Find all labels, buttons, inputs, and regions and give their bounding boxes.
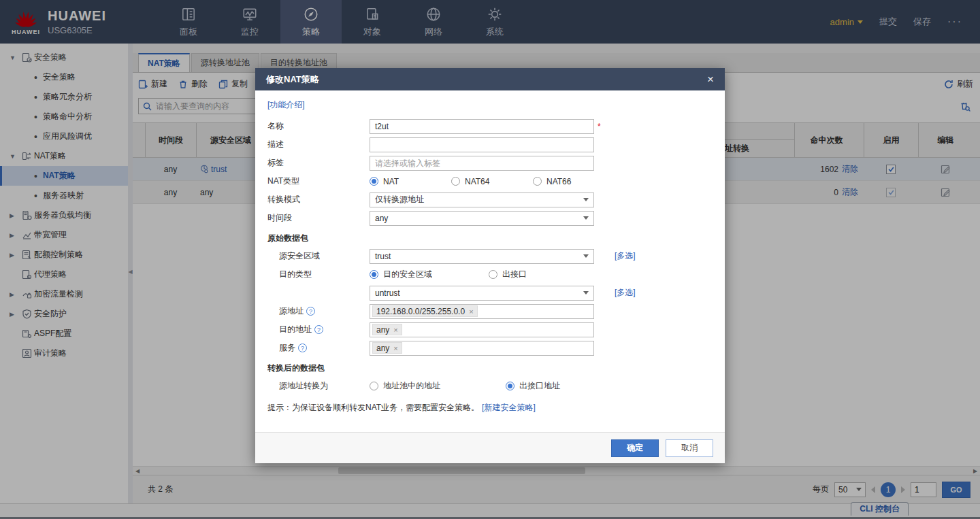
dest-address-label: 目的地址 [279,324,312,335]
remove-token-icon[interactable]: × [469,307,473,316]
help-icon[interactable]: ? [306,307,315,316]
source-zone-multi-link[interactable]: [多选] [615,250,636,262]
source-address-input[interactable]: 192.168.0.0/255.255.0.0× [370,304,594,319]
dest-type-label: 目的类型 [267,269,370,280]
source-zone-select[interactable]: trust [370,249,594,264]
tip-row: 提示：为保证设备顺利转发NAT业务，需要配置安全策略。 [新建安全策略] [255,402,725,414]
tip-text: 提示：为保证设备顺利转发NAT业务，需要配置安全策略。 [267,402,479,414]
radio-icon [370,382,378,390]
dest-zone-multi-link[interactable]: [多选] [615,287,636,299]
form-row-mode: 转换模式 仅转换源地址 [255,190,725,209]
close-icon[interactable]: × [707,73,714,86]
mode-label: 转换模式 [267,194,370,205]
chevron-down-icon [583,254,589,258]
radio-out-interface[interactable]: 出接口 [489,269,527,280]
radio-dest-zone[interactable]: 目的安全区域 [370,269,489,280]
address-token: 192.168.0.0/255.255.0.0× [372,305,478,317]
form-row-time-range: 时间段 any [255,209,725,227]
radio-nat66[interactable]: NAT66 [533,177,571,186]
name-input[interactable] [370,119,594,134]
ok-button[interactable]: 确定 [611,439,659,457]
mode-select[interactable]: 仅转换源地址 [370,192,594,207]
form-row-tag: 标签 [255,154,725,172]
radio-selected-icon [370,177,378,186]
description-input[interactable] [370,137,594,152]
radio-nat[interactable]: NAT [370,177,451,186]
modify-nat-policy-dialog: 修改NAT策略 × [功能介绍] 名称 * 描述 标签 NAT类型 NAT NA… [255,68,725,463]
source-address-label: 源地址 [279,305,304,317]
radio-icon [489,270,497,279]
dialog-footer: 确定 取消 [255,432,725,463]
remove-token-icon[interactable]: × [393,344,397,352]
chevron-down-icon [583,291,589,295]
chevron-down-icon [583,198,589,201]
form-row-name: 名称 * [255,117,725,135]
form-row-source-address: 源地址? 192.168.0.0/255.255.0.0× [255,302,725,320]
source-zone-label: 源安全区域 [267,250,370,262]
form-row-nat-type: NAT类型 NAT NAT64 NAT66 [255,172,725,190]
time-range-label: 时间段 [267,212,370,224]
radio-nat64[interactable]: NAT64 [451,177,533,186]
help-icon[interactable]: ? [298,344,307,352]
tag-input[interactable] [370,156,594,171]
form-row-dest-address: 目的地址? any× [255,320,725,339]
service-label: 服务 [279,342,295,354]
dest-address-input[interactable]: any× [370,322,594,337]
cancel-button[interactable]: 取消 [666,439,713,457]
form-row-source-zone: 源安全区域 trust [多选] [255,247,725,265]
radio-icon [533,177,542,186]
source-translate-label: 源地址转换为 [267,380,370,392]
radio-address-pool[interactable]: 地址池中的地址 [370,380,506,392]
form-row-description: 描述 [255,135,725,154]
required-asterisk: * [598,122,601,131]
dialog-title: 修改NAT策略 [266,73,319,86]
dialog-header: 修改NAT策略 × [255,68,725,90]
dest-zone-select[interactable]: untrust [370,286,594,301]
form-row-source-translate-to: 源地址转换为 地址池中的地址 出接口地址 [255,377,725,395]
feature-intro-link[interactable]: [功能介绍] [267,100,305,110]
service-input[interactable]: any× [370,341,594,356]
help-icon[interactable]: ? [314,325,323,334]
radio-selected-icon [370,270,378,279]
description-label: 描述 [267,139,370,150]
translated-packet-header: 转换后的数据包 [255,359,725,377]
tag-label: 标签 [267,157,370,169]
radio-icon [451,177,460,186]
form-row-dest-type: 目的类型 目的安全区域 出接口 [255,265,725,284]
form-row-service: 服务? any× [255,339,725,357]
nat-type-label: NAT类型 [267,175,370,187]
original-packet-header: 原始数据包 [255,229,725,247]
new-security-policy-link[interactable]: [新建安全策略] [482,402,536,414]
radio-out-interface-address[interactable]: 出接口地址 [506,380,560,392]
address-token: any× [372,324,402,335]
chevron-down-icon [583,216,589,220]
remove-token-icon[interactable]: × [393,326,397,334]
radio-selected-icon [506,382,514,390]
dialog-body: [功能介绍] 名称 * 描述 标签 NAT类型 NAT NAT64 NAT66 … [255,90,725,432]
service-token: any× [372,342,402,354]
time-range-select[interactable]: any [370,211,594,226]
name-label: 名称 [267,120,370,132]
form-row-dest-zone: untrust [多选] [255,284,725,302]
